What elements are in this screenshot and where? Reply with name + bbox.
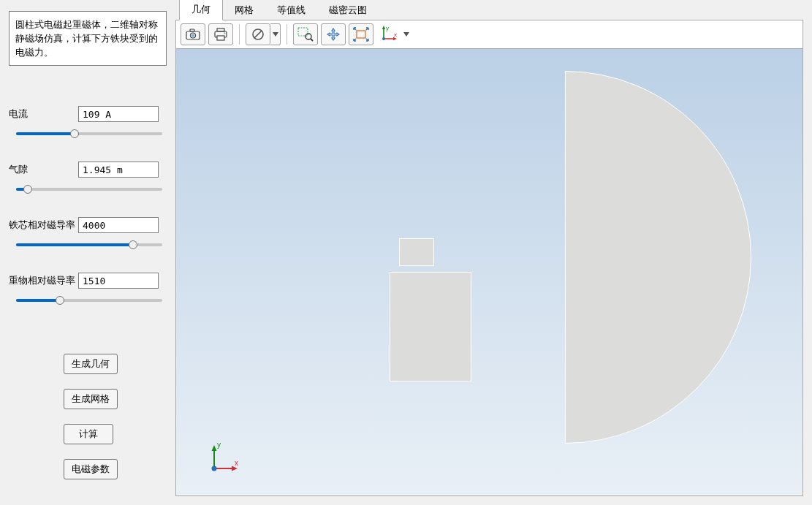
- svg-text:x: x: [394, 31, 397, 38]
- param-current: 电流: [9, 106, 167, 140]
- camera-icon[interactable]: [181, 23, 205, 45]
- print-icon[interactable]: [208, 23, 233, 45]
- param-core-mu: 铁芯相对磁导率: [9, 217, 167, 251]
- gap-input[interactable]: [78, 162, 159, 178]
- svg-rect-13: [357, 31, 365, 38]
- geometry-axis-line: [565, 71, 566, 444]
- view-tabs: 几何 网格 等值线 磁密云图: [175, 0, 803, 20]
- current-input[interactable]: [78, 106, 159, 122]
- left-panel: 圆柱式电磁起重磁体，二维轴对称静磁场仿真，计算下方铁块受到的电磁力。 电流 气隙: [0, 0, 175, 505]
- toolbar-separator: [239, 24, 240, 45]
- svg-point-18: [382, 37, 385, 40]
- svg-line-9: [254, 31, 262, 38]
- zoom-box-icon[interactable]: [293, 23, 318, 45]
- forbid-dropdown[interactable]: [270, 23, 281, 45]
- forbid-icon[interactable]: [246, 23, 270, 45]
- svg-text:y: y: [386, 26, 389, 31]
- param-label: 铁芯相对磁导率: [9, 219, 78, 232]
- axes-triad: y x: [205, 441, 242, 477]
- generate-mesh-button[interactable]: 生成网格: [64, 389, 118, 409]
- axes-dropdown[interactable]: [401, 23, 411, 45]
- graphics-viewport[interactable]: y x: [175, 49, 803, 496]
- axes-mini-icon[interactable]: y x: [376, 23, 401, 45]
- toolbar-separator: [287, 24, 287, 45]
- triad-y-label: y: [217, 441, 221, 449]
- parameter-section: 电流 气隙: [9, 106, 167, 328]
- solve-button[interactable]: 计算: [64, 424, 113, 444]
- load-mu-input[interactable]: [78, 273, 159, 289]
- right-panel: 几何 网格 等值线 磁密云图: [175, 0, 812, 505]
- param-load-mu: 重物相对磁导率: [9, 273, 167, 306]
- param-gap: 气隙: [9, 162, 167, 195]
- svg-point-21: [212, 466, 217, 471]
- geometry-iron-block: [390, 272, 471, 381]
- svg-line-12: [311, 39, 313, 41]
- core-mu-slider[interactable]: [16, 238, 162, 251]
- core-mu-input[interactable]: [78, 217, 159, 233]
- zoom-extents-icon[interactable]: [349, 23, 373, 45]
- toolbar: y x: [175, 20, 803, 49]
- tab-mesh[interactable]: 网格: [223, 0, 265, 20]
- geometry-coil-rect: [399, 238, 434, 266]
- pan-icon[interactable]: [321, 23, 346, 45]
- svg-point-2: [191, 34, 194, 37]
- tab-geometry[interactable]: 几何: [179, 0, 223, 20]
- svg-rect-3: [190, 29, 194, 31]
- em-params-button[interactable]: 电磁参数: [64, 459, 118, 479]
- triad-x-label: x: [235, 459, 238, 467]
- param-label: 气隙: [9, 163, 78, 176]
- param-label: 电流: [9, 107, 78, 121]
- tab-isoline[interactable]: 等值线: [265, 0, 317, 20]
- current-slider[interactable]: [16, 126, 162, 140]
- svg-point-11: [306, 34, 311, 39]
- load-mu-slider[interactable]: [16, 293, 162, 306]
- description-box: 圆柱式电磁起重磁体，二维轴对称静磁场仿真，计算下方铁块受到的电磁力。: [9, 11, 167, 66]
- param-label: 重物相对磁导率: [9, 274, 78, 287]
- gap-slider[interactable]: [16, 182, 162, 195]
- svg-rect-5: [217, 29, 224, 31]
- action-buttons: 生成几何 生成网格 计算 电磁参数: [9, 354, 167, 479]
- svg-point-7: [224, 33, 226, 34]
- tab-fluxcloud[interactable]: 磁密云图: [317, 0, 379, 20]
- generate-geometry-button[interactable]: 生成几何: [64, 354, 118, 374]
- svg-rect-6: [217, 36, 224, 40]
